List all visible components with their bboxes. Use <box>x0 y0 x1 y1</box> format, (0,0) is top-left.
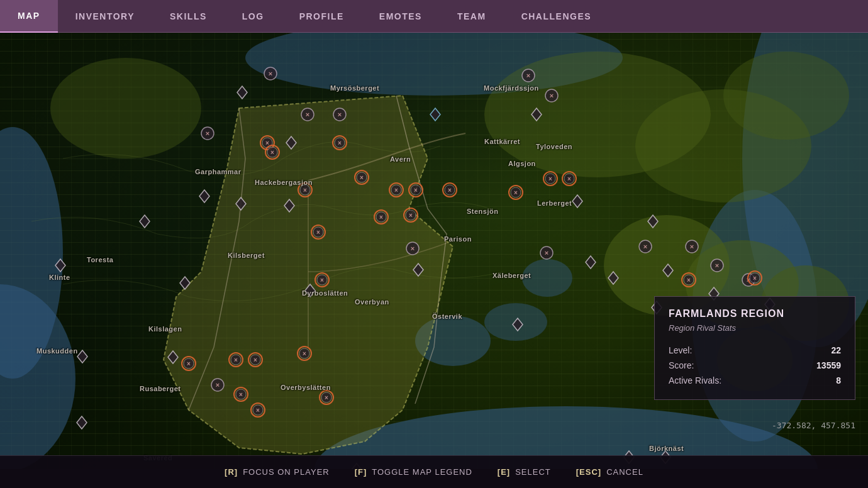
svg-point-12 <box>723 52 849 140</box>
navigation-bar: MAPINVENTORYSKILLSLOGPROFILEEMOTESTEAMCH… <box>0 0 868 33</box>
region-stats: Level:22Score:13559Active Rivals:8 <box>669 343 841 388</box>
svg-text:×: × <box>550 92 554 99</box>
stat-value: 22 <box>831 345 841 355</box>
hotkey-key: [E] <box>498 467 510 477</box>
hotkey-item: [E]SELECT <box>498 467 551 477</box>
region-subtitle: Region Rival Stats <box>669 323 841 333</box>
hotkey-action: CANCEL <box>606 467 643 477</box>
nav-item-profile[interactable]: PROFILE <box>282 0 362 33</box>
svg-marker-136 <box>586 256 596 269</box>
nav-item-skills[interactable]: SKILLS <box>152 0 225 33</box>
svg-marker-132 <box>572 195 582 208</box>
stat-label: Active Rivals: <box>669 375 721 385</box>
svg-text:×: × <box>514 189 518 196</box>
map-container[interactable]: × × × × × × × × × × × × × × × × × × × × … <box>0 33 868 469</box>
svg-text:×: × <box>256 407 260 414</box>
svg-text:×: × <box>253 357 257 363</box>
svg-text:×: × <box>320 277 324 284</box>
hotkey-key: [F] <box>355 467 367 477</box>
svg-text:×: × <box>234 357 238 363</box>
hotkey-item: [R]FOCUS ON PLAYER <box>225 467 330 477</box>
svg-marker-124 <box>77 350 87 363</box>
svg-text:×: × <box>379 214 383 221</box>
stat-label: Level: <box>669 345 692 355</box>
svg-text:×: × <box>548 175 552 182</box>
svg-text:×: × <box>269 70 272 77</box>
map-coordinates: -372.582, 457.851 <box>772 421 855 430</box>
svg-text:×: × <box>338 140 342 147</box>
svg-point-1 <box>0 284 75 469</box>
nav-item-challenges[interactable]: CHALLENGES <box>504 0 609 33</box>
svg-text:×: × <box>409 212 413 219</box>
svg-text:×: × <box>411 245 415 252</box>
nav-item-log[interactable]: LOG <box>225 0 282 33</box>
nav-item-team[interactable]: TEAM <box>440 0 504 33</box>
svg-text:×: × <box>360 174 364 181</box>
stat-label: Score: <box>669 360 694 370</box>
svg-text:×: × <box>526 72 530 79</box>
svg-text:×: × <box>239 391 243 398</box>
svg-text:×: × <box>265 140 269 147</box>
svg-marker-125 <box>77 416 87 429</box>
hotkey-bar: [R]FOCUS ON PLAYER[F]TOGGLE MAP LEGEND[E… <box>0 455 868 488</box>
svg-text:×: × <box>316 229 320 236</box>
hotkey-action: TOGGLE MAP LEGEND <box>372 467 472 477</box>
hotkey-item: [F]TOGGLE MAP LEGEND <box>355 467 472 477</box>
svg-text:×: × <box>690 243 694 250</box>
region-info-panel: FARMLANDS REGION Region Rival Stats Leve… <box>654 296 855 400</box>
nav-item-emotes[interactable]: EMOTES <box>362 0 440 33</box>
stat-row: Level:22 <box>669 343 841 358</box>
svg-text:×: × <box>414 187 418 194</box>
hotkey-item: [ESC]CANCEL <box>576 467 643 477</box>
svg-text:×: × <box>216 381 220 389</box>
svg-text:×: × <box>545 249 548 257</box>
svg-text:×: × <box>643 243 647 250</box>
svg-text:×: × <box>687 277 691 284</box>
svg-text:×: × <box>567 175 571 182</box>
svg-text:×: × <box>187 360 191 367</box>
map-svg: × × × × × × × × × × × × × × × × × × × × … <box>0 33 868 469</box>
svg-text:×: × <box>715 262 719 269</box>
svg-text:×: × <box>206 130 209 137</box>
svg-point-9 <box>50 58 201 158</box>
svg-text:×: × <box>394 187 398 194</box>
hotkey-action: SELECT <box>515 467 551 477</box>
svg-text:×: × <box>303 187 307 194</box>
nav-item-inventory[interactable]: INVENTORY <box>58 0 152 33</box>
svg-marker-119 <box>199 190 209 202</box>
svg-text:×: × <box>270 149 274 156</box>
svg-text:×: × <box>753 275 757 282</box>
svg-text:×: × <box>306 111 309 118</box>
svg-marker-115 <box>237 86 247 99</box>
stat-value: 8 <box>836 375 841 385</box>
svg-marker-130 <box>430 108 440 121</box>
hotkey-key: [R] <box>225 467 238 477</box>
stat-row: Active Rivals:8 <box>669 373 841 388</box>
hotkey-action: FOCUS ON PLAYER <box>243 467 330 477</box>
region-title: FARMLANDS REGION <box>669 308 841 319</box>
svg-text:×: × <box>448 187 452 194</box>
stat-row: Score:13559 <box>669 358 841 373</box>
stat-value: 13559 <box>816 360 841 370</box>
svg-text:×: × <box>338 111 342 118</box>
svg-point-8 <box>522 259 572 297</box>
nav-item-map[interactable]: MAP <box>0 0 58 33</box>
svg-text:×: × <box>325 394 328 401</box>
svg-text:×: × <box>303 350 306 357</box>
hotkey-key: [ESC] <box>576 467 601 477</box>
svg-marker-120 <box>140 215 150 228</box>
